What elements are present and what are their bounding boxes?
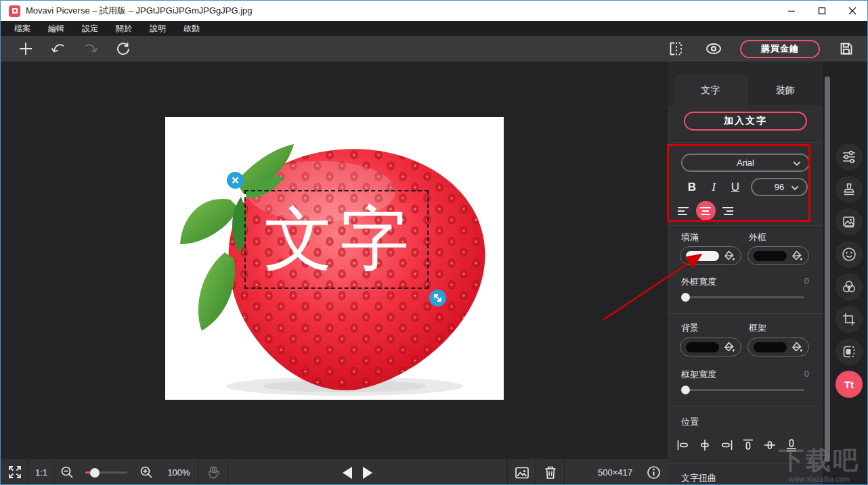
position-hcenter-button[interactable] xyxy=(697,437,712,453)
outline-color-picker[interactable] xyxy=(747,246,809,265)
resize-tool-button[interactable] xyxy=(836,338,863,365)
minimize-button[interactable] xyxy=(776,1,806,21)
picture-icon xyxy=(841,214,857,230)
overlay-text[interactable]: 文字 xyxy=(257,205,416,274)
resize-arrow-icon xyxy=(433,294,442,302)
menu-item-6[interactable]: 啟動 xyxy=(181,22,202,36)
image-icon xyxy=(515,466,529,480)
maximize-icon xyxy=(818,7,826,15)
zoom-out-icon xyxy=(60,465,74,479)
slider-thumb[interactable] xyxy=(681,386,690,394)
tools-sidebar: Tt xyxy=(823,62,867,485)
position-top-button[interactable] xyxy=(741,437,756,453)
panel-scrollbar[interactable] xyxy=(825,76,830,462)
menu-item-1[interactable]: 檔案 xyxy=(12,22,33,36)
redo-icon xyxy=(83,41,99,56)
frame-width-slider[interactable] xyxy=(681,386,804,394)
color-circles-icon xyxy=(841,279,857,295)
paint-bucket-icon xyxy=(791,342,803,353)
annotation-arrow xyxy=(583,244,718,332)
save-icon xyxy=(839,41,854,56)
add-text-button[interactable]: 加入文字 xyxy=(684,112,807,131)
resize-text-handle[interactable] xyxy=(429,290,446,306)
menu-item-4[interactable]: 關於 xyxy=(113,22,135,36)
paint-bucket-icon xyxy=(724,342,735,353)
paint-bucket-icon xyxy=(724,250,735,262)
pan-tool-button[interactable] xyxy=(198,459,227,485)
outline-label: 外框 xyxy=(749,231,766,244)
plus-icon xyxy=(18,41,33,56)
position-left-button[interactable] xyxy=(676,437,691,453)
undo-button[interactable] xyxy=(47,39,70,59)
crop-icon xyxy=(841,311,857,327)
text-tool-button[interactable]: Tt xyxy=(836,371,863,398)
eye-icon xyxy=(705,41,722,56)
previous-image-button[interactable] xyxy=(343,467,352,479)
outline-color-swatch xyxy=(754,251,787,261)
zoom-in-button[interactable] xyxy=(133,459,160,485)
editor-canvas[interactable]: 文字 xyxy=(1,62,668,458)
frame-width-value: 0 xyxy=(804,369,809,379)
text-selection-box[interactable]: 文字 xyxy=(244,190,429,289)
actual-size-button[interactable]: 1:1 xyxy=(29,459,53,485)
tab-decor[interactable]: 裝飾 xyxy=(748,75,823,106)
buy-key-button[interactable]: 購買金鑰 xyxy=(740,40,820,58)
text-tool-label: Tt xyxy=(844,379,854,390)
background-color-picker[interactable] xyxy=(680,338,741,356)
position-right-button[interactable] xyxy=(719,437,734,453)
reset-icon xyxy=(116,41,131,56)
zoom-in-icon xyxy=(139,465,153,479)
info-button[interactable] xyxy=(639,459,668,485)
redo-button[interactable] xyxy=(79,39,102,59)
close-icon xyxy=(848,7,856,15)
undo-icon xyxy=(50,41,66,56)
menu-item-5[interactable]: 說明 xyxy=(147,22,169,36)
position-right-icon xyxy=(720,438,733,452)
app-logo-icon xyxy=(9,5,20,17)
maximize-button[interactable] xyxy=(806,1,837,21)
watermark: 下载吧 www.xiazaiba.com xyxy=(768,447,868,483)
delete-text-handle[interactable] xyxy=(227,172,244,189)
next-image-button[interactable] xyxy=(363,467,372,479)
hand-icon xyxy=(206,465,219,479)
zoom-slider[interactable] xyxy=(85,468,127,477)
window-title: Movavi Picverse – 試用版 – JPGtJPGiJPGmJPGg… xyxy=(26,5,252,17)
watermark-title: 下载吧 xyxy=(768,447,868,475)
frame-color-picker[interactable] xyxy=(747,338,809,356)
fit-screen-button[interactable] xyxy=(1,459,28,485)
crop-tool-button[interactable] xyxy=(836,306,863,333)
adjustments-tool-button[interactable] xyxy=(836,143,863,170)
zoom-percent: 100% xyxy=(160,459,198,485)
fill-label: 填滿 xyxy=(681,231,699,244)
compare-button[interactable] xyxy=(664,39,687,59)
save-button[interactable] xyxy=(835,39,858,59)
dashed-square-icon xyxy=(841,344,857,360)
zoom-out-button[interactable] xyxy=(54,459,80,485)
stickers-tool-button[interactable] xyxy=(836,241,863,268)
smiley-icon xyxy=(841,246,857,262)
background-removal-tool-button[interactable] xyxy=(836,208,863,235)
delete-image-button[interactable] xyxy=(536,459,564,485)
preview-button[interactable] xyxy=(702,39,725,59)
position-hcenter-icon xyxy=(698,438,712,452)
add-image-button[interactable] xyxy=(14,39,37,59)
menu-item-3[interactable]: 設定 xyxy=(79,22,101,36)
close-x-icon xyxy=(232,177,239,184)
close-button[interactable] xyxy=(837,1,867,21)
menu-item-2[interactable]: 編輯 xyxy=(45,22,67,36)
photo-strawberry[interactable]: 文字 xyxy=(165,117,504,400)
minimize-icon xyxy=(787,7,796,15)
retouch-tool-button[interactable] xyxy=(836,176,863,203)
ratio-label: 1:1 xyxy=(35,467,47,478)
trash-icon xyxy=(544,465,557,480)
zoom-slider-thumb[interactable] xyxy=(90,468,100,478)
position-label: 位置 xyxy=(681,416,699,428)
reset-button[interactable] xyxy=(112,39,135,59)
effects-tool-button[interactable] xyxy=(836,273,863,300)
frame-label: 框架 xyxy=(749,322,766,334)
tab-text[interactable]: 文字 xyxy=(673,75,748,106)
background-color-swatch xyxy=(686,342,719,352)
watermark-url: www.xiazaiba.com xyxy=(768,475,868,483)
info-icon xyxy=(647,465,661,480)
image-gallery-button[interactable] xyxy=(508,459,536,485)
